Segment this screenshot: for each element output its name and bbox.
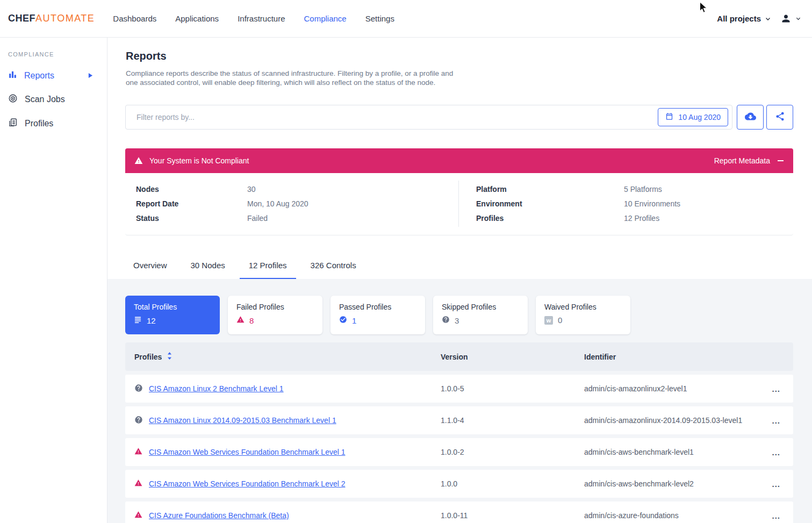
top-navigation-bar: CHEFAUTOMATE Dashboards Applications Inf… (0, 0, 812, 38)
row-menu-icon[interactable]: ... (772, 511, 793, 520)
user-profile-icon[interactable] (780, 13, 792, 24)
card-count-row: 3 (442, 316, 519, 325)
column-header-identifier: Identifier (584, 353, 765, 361)
metadata-label: Report Date (136, 199, 247, 208)
card-failed-profiles[interactable]: Failed Profiles 8 (228, 296, 322, 334)
card-passed-profiles[interactable]: Passed Profiles 1 (330, 296, 425, 334)
chef-automate-logo[interactable]: CHEFAUTOMATE (8, 13, 95, 24)
metadata-label: Platform (476, 185, 624, 194)
profile-version: 1.0.0 (441, 479, 584, 488)
table-row[interactable]: CIS Amazon Web Services Foundation Bench… (125, 470, 793, 498)
card-label: Passed Profiles (339, 303, 416, 311)
tab-overview[interactable]: Overview (124, 260, 176, 280)
user-menu-chevron-icon[interactable] (795, 16, 801, 22)
table-row[interactable]: CIS Amazon Linux 2 Benchmark Level 1 1.0… (125, 375, 793, 403)
table-row[interactable]: CIS Amazon Web Services Foundation Bench… (125, 438, 793, 466)
check-circle-icon (339, 316, 347, 325)
profile-link[interactable]: CIS Azure Foundations Benchmark (Beta) (149, 511, 289, 520)
metadata-value: 12 Profiles (624, 214, 659, 223)
card-count-row: 1 (339, 316, 416, 325)
column-label: Profiles (134, 353, 162, 361)
profile-version: 1.0.0-2 (441, 448, 584, 456)
metadata-row-status: Status Failed (136, 211, 308, 225)
tab-nodes[interactable]: 30 Nodes (182, 260, 234, 280)
table-header: Profiles Version Identifier (125, 342, 793, 371)
nav-infrastructure[interactable]: Infrastructure (238, 14, 285, 23)
profile-version: 1.0.0-5 (441, 384, 584, 393)
sidebar-item-label: Profiles (25, 119, 53, 128)
app-screen: CHEFAUTOMATE Dashboards Applications Inf… (0, 0, 812, 523)
page-description: Compliance reports describe the status o… (126, 69, 458, 87)
card-label: Skipped Profiles (442, 303, 519, 311)
row-menu-icon[interactable]: ... (772, 479, 793, 489)
nav-settings[interactable]: Settings (365, 14, 394, 23)
warning-triangle-icon (134, 156, 143, 165)
row-menu-icon[interactable]: ... (772, 416, 793, 425)
profiles-table: Profiles Version Identifier CIS Amazon L… (125, 342, 793, 523)
profile-summary-cards: Total Profiles 12 Failed Profiles 8 Pass… (125, 296, 630, 334)
profile-link[interactable]: CIS Amazon Web Services Foundation Bench… (149, 479, 345, 488)
column-header-version: Version (441, 353, 584, 361)
profile-link[interactable]: CIS Amazon Web Services Foundation Bench… (149, 448, 345, 456)
metadata-left-column: Nodes 30 Report Date Mon, 10 Aug 2020 St… (136, 182, 308, 225)
profile-identifier: admin/cis-amazonlinux2-level1 (584, 384, 765, 393)
profile-link[interactable]: CIS Amazon Linux 2014.09-2015.03 Benchma… (149, 416, 336, 425)
question-circle-icon (134, 415, 149, 426)
card-count-row: 12 (134, 316, 211, 325)
nav-applications[interactable]: Applications (175, 14, 219, 23)
nav-compliance[interactable]: Compliance (304, 14, 347, 23)
card-count: 12 (147, 316, 156, 325)
row-menu-icon[interactable]: ... (772, 384, 793, 393)
metadata-value: Failed (247, 214, 268, 223)
report-metadata-panel: Nodes 30 Report Date Mon, 10 Aug 2020 St… (125, 173, 793, 235)
chevron-down-icon[interactable] (765, 16, 771, 22)
metadata-divider (458, 181, 459, 227)
page-title: Reports (126, 50, 167, 62)
bar-chart-icon (8, 70, 17, 81)
tab-controls[interactable]: 326 Controls (301, 260, 365, 280)
profile-identifier: admin/cis-amazonlinux-2014.09-2015.03-le… (584, 416, 765, 425)
share-report-button[interactable] (766, 105, 793, 130)
collapse-icon[interactable] (778, 160, 784, 161)
metadata-right-column: Platform 5 Platforms Environment 10 Envi… (476, 182, 680, 225)
profile-identifier: admin/cis-aws-benchmark-level1 (584, 448, 765, 456)
report-metadata-toggle[interactable]: Report Metadata (714, 156, 770, 165)
expand-arrow-icon[interactable] (88, 71, 93, 81)
filter-reports-input[interactable] (126, 113, 732, 121)
card-total-profiles[interactable]: Total Profiles 12 (125, 296, 220, 334)
column-header-profiles[interactable]: Profiles (134, 352, 441, 361)
projects-filter-dropdown[interactable]: All projects (717, 14, 761, 23)
card-skipped-profiles[interactable]: Skipped Profiles 3 (433, 296, 528, 334)
download-report-button[interactable] (737, 105, 764, 130)
share-icon (775, 111, 785, 123)
card-count: 1 (352, 316, 356, 325)
waived-badge-icon: w (544, 316, 553, 325)
cloud-download-icon (745, 111, 756, 124)
metadata-value: 30 (247, 185, 256, 194)
date-picker-button[interactable]: 10 Aug 2020 (658, 108, 728, 126)
card-label: Waived Profiles (544, 303, 622, 311)
sidebar-item-scan-jobs[interactable]: Scan Jobs (8, 94, 99, 105)
row-menu-icon[interactable]: ... (772, 448, 793, 457)
sort-icon[interactable] (167, 352, 172, 361)
table-row[interactable]: CIS Azure Foundations Benchmark (Beta) 1… (125, 501, 793, 523)
report-filter-bar: 10 Aug 2020 (125, 105, 732, 130)
sidebar-item-reports[interactable]: Reports (8, 70, 99, 81)
warning-triangle-icon (134, 479, 149, 489)
card-label: Failed Profiles (236, 303, 314, 311)
banner-message: Your System is Not Compliant (149, 156, 249, 165)
nav-dashboards[interactable]: Dashboards (113, 14, 156, 23)
profile-link[interactable]: CIS Amazon Linux 2 Benchmark Level 1 (149, 384, 284, 393)
metadata-value: Mon, 10 Aug 2020 (247, 199, 308, 208)
card-waived-profiles[interactable]: Waived Profiles w 0 (536, 296, 630, 334)
metadata-row-environment: Environment 10 Environments (476, 196, 680, 211)
card-count: 8 (249, 316, 254, 325)
profile-identifier: admin/cis-azure-foundations (584, 511, 765, 520)
sidebar-item-profiles[interactable]: Profiles (8, 118, 99, 130)
metadata-row-profiles: Profiles 12 Profiles (476, 211, 680, 225)
table-row[interactable]: CIS Amazon Linux 2014.09-2015.03 Benchma… (125, 406, 793, 434)
compliance-status-banner: Your System is Not Compliant Report Meta… (125, 148, 793, 173)
list-icon (134, 316, 142, 325)
sidebar-section-title: COMPLIANCE (8, 51, 107, 58)
tab-profiles[interactable]: 12 Profiles (240, 260, 296, 280)
